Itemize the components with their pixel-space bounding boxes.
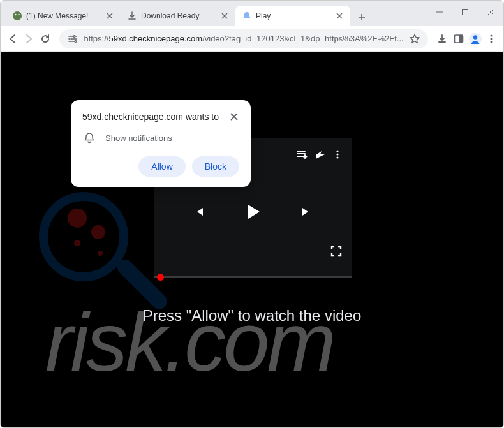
url-text: https://59xd.checknicepage.com/video?tag…: [84, 34, 403, 43]
titlebar: (1) New Message! Download Ready Play: [1, 1, 503, 26]
svg-point-10: [473, 35, 477, 39]
close-icon[interactable]: [220, 11, 229, 20]
block-button[interactable]: Block: [192, 156, 239, 177]
close-window-button[interactable]: [478, 3, 503, 21]
toolbar: https://59xd.checknicepage.com/video?tag…: [1, 26, 503, 52]
tab-title: (1) New Message!: [26, 11, 101, 20]
tab-title: Download Ready: [141, 11, 216, 20]
svg-rect-8: [459, 35, 463, 43]
downloads-button[interactable]: [436, 29, 449, 49]
share-icon[interactable]: [311, 145, 329, 163]
forward-button[interactable]: [22, 29, 35, 49]
download-icon: [127, 11, 137, 21]
side-panel-button[interactable]: [452, 29, 465, 49]
svg-point-16: [336, 156, 338, 158]
svg-point-0: [13, 11, 22, 20]
progress-knob[interactable]: [157, 274, 164, 281]
close-icon[interactable]: [105, 11, 114, 20]
menu-button[interactable]: [485, 29, 498, 49]
maximize-button[interactable]: [452, 3, 478, 21]
bell-icon: [84, 132, 95, 144]
page-content: risk.com: [1, 52, 503, 428]
bell-icon: [242, 11, 252, 21]
back-button[interactable]: [6, 29, 19, 49]
popup-title: 59xd.checknicepage.com wants to: [82, 112, 224, 122]
reload-button[interactable]: [38, 29, 52, 49]
tab-title: Play: [256, 11, 331, 20]
svg-point-14: [336, 150, 338, 152]
svg-point-15: [336, 153, 338, 155]
site-settings-icon[interactable]: [67, 33, 78, 45]
close-icon[interactable]: [229, 112, 239, 122]
svg-point-2: [18, 14, 19, 15]
page-caption: Press "Allow" to watch the video: [1, 307, 503, 325]
favicon-icon: [12, 11, 22, 21]
more-vert-icon[interactable]: [329, 145, 346, 163]
tab-new-message[interactable]: (1) New Message!: [6, 6, 121, 26]
notification-permission-popup: 59xd.checknicepage.com wants to Show not…: [71, 100, 251, 187]
svg-point-13: [491, 41, 493, 43]
address-bar[interactable]: https://59xd.checknicepage.com/video?tag…: [59, 29, 427, 48]
skip-next-icon[interactable]: [297, 202, 316, 221]
svg-point-12: [491, 38, 493, 40]
tab-play[interactable]: Play: [235, 6, 350, 26]
profile-button[interactable]: [468, 29, 482, 49]
allow-button[interactable]: Allow: [138, 156, 185, 177]
bookmark-star-icon[interactable]: [409, 33, 420, 45]
close-icon[interactable]: [335, 11, 344, 20]
minimize-button[interactable]: [427, 3, 452, 21]
svg-point-11: [491, 34, 493, 36]
tab-download-ready[interactable]: Download Ready: [121, 6, 235, 26]
new-tab-button[interactable]: [353, 8, 371, 26]
svg-rect-3: [463, 10, 468, 15]
fullscreen-icon[interactable]: [330, 231, 343, 271]
popup-message: Show notifications: [105, 133, 172, 143]
svg-point-1: [15, 14, 16, 15]
play-icon[interactable]: [239, 198, 266, 225]
progress-bar[interactable]: [154, 276, 352, 278]
skip-previous-icon[interactable]: [189, 202, 209, 221]
queue-add-icon[interactable]: [293, 145, 311, 163]
window-controls: [427, 1, 503, 26]
